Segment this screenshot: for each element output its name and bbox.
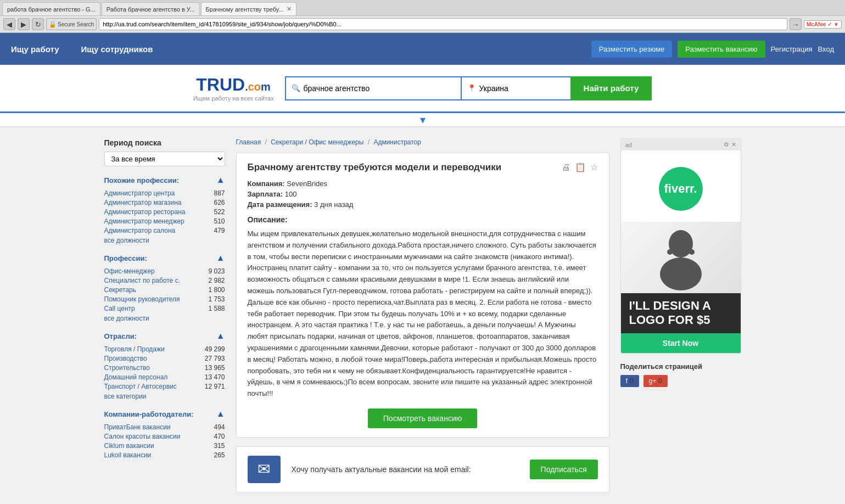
nav-find-employees[interactable]: Ищу сотрудников bbox=[81, 44, 153, 54]
browser-tab-3[interactable]: Брачному агентству требу... ✕ bbox=[201, 2, 297, 15]
similar-all-link[interactable]: все должности bbox=[104, 237, 225, 244]
print-icon[interactable]: 🖨 bbox=[562, 163, 570, 172]
similar-toggle[interactable]: ▲ bbox=[216, 175, 225, 185]
header-arrow: ▾ bbox=[0, 113, 845, 126]
prof-item-link-0[interactable]: Офис-менеджер bbox=[104, 267, 155, 275]
similar-item-link-4[interactable]: Администратор салона bbox=[104, 227, 176, 234]
ad-block: ad ⚙ ✕ fiverr. I'LL DE bbox=[620, 138, 741, 354]
nav-find-job[interactable]: Ищу работу bbox=[11, 44, 59, 54]
salary-value: 100 bbox=[285, 190, 297, 198]
share-icon[interactable]: 📋 bbox=[575, 162, 586, 172]
list-item: Администратор ресторана 522 bbox=[104, 208, 225, 216]
employers-header: Компании-работодатели: ▲ bbox=[104, 409, 225, 419]
secure-label: Secure Search bbox=[58, 21, 94, 27]
ad-close-icon[interactable]: ✕ bbox=[731, 141, 736, 148]
fiverr-logo-section: fiverr. bbox=[621, 150, 741, 222]
svg-point-3 bbox=[689, 249, 695, 255]
list-item: Администратор магазина 626 bbox=[104, 199, 225, 206]
prof-item-link-3[interactable]: Помощник руководителя bbox=[104, 295, 180, 303]
employers-section: Компании-работодатели: ▲ ПриватБанк вака… bbox=[104, 409, 225, 459]
gp-count: 0 bbox=[658, 377, 662, 385]
ad-label: ad bbox=[625, 142, 632, 148]
employer-item-link-1[interactable]: Салон красоты вакансии bbox=[104, 433, 181, 440]
reload-button[interactable]: ↻ bbox=[32, 18, 44, 30]
employers-toggle[interactable]: ▲ bbox=[216, 409, 225, 419]
employer-item-link-0[interactable]: ПриватБанк вакансии bbox=[104, 423, 171, 431]
post-resume-button[interactable]: Разместить резюме bbox=[591, 41, 672, 58]
list-item: ПриватБанк вакансии 494 bbox=[104, 423, 225, 431]
facebook-share-button[interactable]: f 0 bbox=[620, 375, 639, 387]
similar-item-link-1[interactable]: Администратор магазина bbox=[104, 199, 182, 206]
industries-toggle[interactable]: ▲ bbox=[216, 331, 225, 341]
location-input[interactable] bbox=[479, 84, 565, 93]
logo-search-section: TRUD.com Ищем работу на всех сайтах 🔍 📍 … bbox=[0, 65, 845, 127]
professions-all-link[interactable]: все должности bbox=[104, 315, 225, 322]
post-vacancy-button[interactable]: Разместить вакансию bbox=[678, 41, 765, 58]
industry-item-count-4: 12 971 bbox=[205, 383, 225, 390]
forward-button[interactable]: ▶ bbox=[18, 18, 30, 30]
prof-item-count-3: 1 753 bbox=[208, 295, 225, 303]
login-button[interactable]: Вход bbox=[818, 45, 834, 53]
view-vacancy-button[interactable]: Посмотреть вакансию bbox=[368, 408, 477, 428]
industry-item-link-4[interactable]: Транспорт / Автосервис bbox=[104, 383, 177, 390]
employer-item-count-2: 315 bbox=[214, 442, 225, 450]
logo-wrap: TRUD.com Ищем работу на всех сайтах bbox=[193, 75, 274, 102]
site-header: Ищу работу Ищу сотрудников Разместить ре… bbox=[0, 33, 845, 65]
tab-close-icon[interactable]: ✕ bbox=[287, 5, 292, 13]
job-title: Брачному агентству требуются модели и пе… bbox=[248, 162, 562, 173]
industry-item-link-3[interactable]: Домашний персонал bbox=[104, 373, 168, 381]
similar-item-count-0: 887 bbox=[214, 189, 225, 197]
similar-item-link-0[interactable]: Администратор центра bbox=[104, 189, 175, 197]
period-filter-section: Период поиска За все время За неделю За … bbox=[104, 138, 225, 166]
period-filter-title: Период поиска bbox=[104, 138, 225, 147]
period-filter-select[interactable]: За все время За неделю За месяц bbox=[104, 152, 225, 166]
fiverr-start-button[interactable]: Start Now bbox=[621, 333, 741, 353]
employer-item-link-3[interactable]: Lukoil вакансии bbox=[104, 451, 152, 459]
breadcrumb-subcategory[interactable]: Администратор bbox=[373, 138, 421, 146]
googleplus-share-button[interactable]: g+ 0 bbox=[643, 375, 668, 387]
fiverr-logo: fiverr. bbox=[659, 167, 703, 211]
browser-tab-2[interactable]: Работа брачное агентство в У... bbox=[102, 2, 200, 15]
ad-settings-icon[interactable]: ⚙ bbox=[724, 141, 729, 148]
ad-header: ad ⚙ ✕ bbox=[621, 139, 741, 150]
social-buttons: f 0 g+ 0 bbox=[620, 375, 741, 387]
mcafee-button[interactable]: McAfee ✓ ▼ bbox=[804, 20, 842, 29]
bookmark-icon[interactable]: ☆ bbox=[590, 162, 598, 172]
prof-item-link-2[interactable]: Секретарь bbox=[104, 286, 137, 294]
prof-item-link-4[interactable]: Call центр bbox=[104, 305, 135, 312]
list-item: Администратор салона 479 bbox=[104, 227, 225, 234]
browser-tab-1[interactable]: работа брачное агентство - G... bbox=[2, 2, 100, 15]
similar-item-link-2[interactable]: Администратор ресторана bbox=[104, 208, 186, 216]
address-bar[interactable] bbox=[99, 18, 787, 30]
search-icon: 🔍 bbox=[292, 84, 300, 92]
list-item: Производство 27 793 bbox=[104, 355, 225, 362]
logo-search-bar: TRUD.com Ищем работу на всех сайтах 🔍 📍 … bbox=[0, 65, 845, 113]
list-item: Транспорт / Автосервис 12 971 bbox=[104, 383, 225, 390]
googleplus-icon: g+ bbox=[649, 377, 657, 385]
industry-item-link-0[interactable]: Торговля / Продажи bbox=[104, 345, 165, 353]
industry-item-link-1[interactable]: Производство bbox=[104, 355, 147, 362]
professions-toggle[interactable]: ▲ bbox=[216, 253, 225, 263]
email-icon-wrap: ✉ bbox=[248, 456, 281, 483]
search-query-input[interactable] bbox=[304, 84, 455, 93]
industries-all-link[interactable]: все категории bbox=[104, 393, 225, 400]
fiverr-tagline: I'LL DESIGN A LOGO FOR $5 bbox=[621, 293, 741, 333]
industry-item-link-2[interactable]: Строительство bbox=[104, 364, 150, 372]
employer-item-link-2[interactable]: Ciklum вакансии bbox=[104, 442, 154, 450]
fb-count: 0 bbox=[630, 377, 634, 385]
list-item: Lukoil вакансии 265 bbox=[104, 451, 225, 459]
prof-item-link-1[interactable]: Специалист по работе с. bbox=[104, 277, 180, 284]
date-value: 3 дня назад bbox=[314, 200, 353, 209]
register-button[interactable]: Регистрация bbox=[771, 45, 813, 53]
address-go-button[interactable]: → bbox=[790, 18, 802, 30]
find-job-button[interactable]: Найти работу bbox=[570, 76, 652, 100]
professions-title: Профессии: bbox=[104, 254, 147, 262]
similar-title: Похожие профессии: bbox=[104, 176, 179, 184]
right-sidebar: ad ⚙ ✕ fiverr. I'LL DE bbox=[620, 138, 741, 492]
job-content: Главная / Секретари / Офис менеджеры / А… bbox=[236, 138, 609, 492]
breadcrumb-home[interactable]: Главная bbox=[236, 138, 261, 146]
similar-item-link-3[interactable]: Администратор менеджер bbox=[104, 217, 184, 225]
subscribe-button[interactable]: Подписаться bbox=[530, 460, 598, 479]
back-button[interactable]: ◀ bbox=[3, 18, 15, 30]
breadcrumb-category[interactable]: Секретари / Офис менеджеры bbox=[271, 138, 363, 146]
